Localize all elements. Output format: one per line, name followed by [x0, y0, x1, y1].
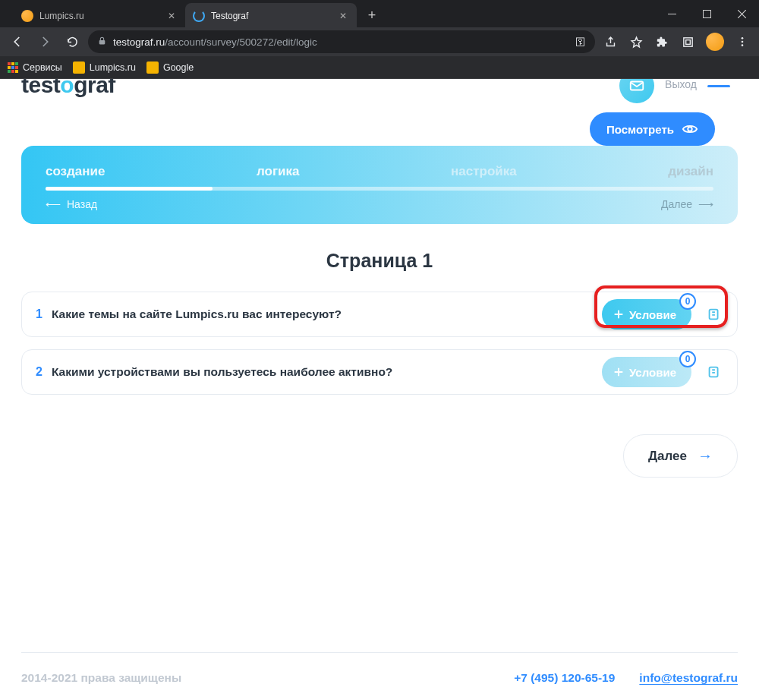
back-button[interactable]: [6, 30, 29, 53]
question-text: Какие темы на сайте Lumpics.ru вас интер…: [52, 307, 602, 321]
svg-rect-0: [668, 14, 676, 14]
stepper-next[interactable]: Далее ⟶: [661, 198, 713, 210]
footer-email[interactable]: info@testograf.ru: [639, 671, 738, 685]
preview-button-label: Посмотреть: [606, 123, 674, 136]
step-logic[interactable]: логика: [257, 164, 299, 179]
star-icon[interactable]: [625, 31, 647, 52]
svg-rect-2: [99, 40, 106, 44]
browser-tab-lumpics[interactable]: Lumpics.ru ✕: [14, 3, 185, 29]
tab-title: Lumpics.ru: [39, 11, 159, 21]
close-icon[interactable]: ✕: [337, 10, 349, 22]
mail-icon[interactable]: [619, 79, 654, 103]
page-title: Страница 1: [21, 250, 738, 272]
svg-rect-1: [703, 10, 710, 17]
next-button[interactable]: Далее →: [623, 434, 738, 478]
address-bar: testograf.ru/account/survey/500272/edit/…: [0, 27, 759, 56]
stepper-back[interactable]: ⟵ Назад: [46, 198, 97, 210]
key-icon[interactable]: ⚿: [575, 36, 586, 48]
reading-list-icon[interactable]: [677, 31, 698, 52]
url-text: testograf.ru/account/survey/500272/edit/…: [113, 36, 317, 48]
footer-phone[interactable]: +7 (495) 120-65-19: [514, 671, 615, 685]
extensions-icon[interactable]: [651, 31, 672, 52]
question-number: 2: [36, 365, 43, 379]
browser-tab-testograf[interactable]: Testograf ✕: [185, 3, 357, 29]
svg-point-9: [688, 127, 692, 131]
condition-button[interactable]: Условие 0: [602, 357, 691, 387]
footer: 2014-2021 права защищены +7 (495) 120-65…: [21, 652, 738, 685]
loading-icon: [193, 10, 205, 22]
question-row-2[interactable]: 2 Какими устройствами вы пользуетесь наи…: [21, 349, 738, 395]
question-row-1[interactable]: 1 Какие темы на сайте Lumpics.ru вас инт…: [21, 292, 738, 337]
forward-button[interactable]: [33, 30, 56, 53]
minimize-button[interactable]: [654, 0, 689, 27]
stepper: создание логика настройка дизайн ⟵ Назад…: [21, 146, 738, 224]
condition-label: Условие: [629, 308, 676, 321]
menu-icon[interactable]: [732, 31, 753, 52]
arrow-right-icon: →: [698, 447, 713, 465]
bookmark-google[interactable]: Google: [146, 61, 194, 74]
bookmark-lumpics[interactable]: Lumpics.ru: [73, 61, 136, 74]
logout-link[interactable]: Выход: [665, 79, 697, 90]
svg-point-6: [742, 41, 744, 43]
profile-avatar[interactable]: [706, 33, 724, 51]
copy-icon: [706, 306, 723, 323]
condition-button[interactable]: Условие 0: [602, 299, 691, 330]
reload-button[interactable]: [61, 30, 83, 53]
preview-button[interactable]: Посмотреть: [590, 112, 715, 146]
url-input[interactable]: testograf.ru/account/survey/500272/edit/…: [88, 30, 595, 53]
svg-point-7: [742, 44, 744, 46]
share-icon[interactable]: [600, 31, 621, 52]
copy-icon: [706, 364, 723, 380]
logo[interactable]: testograf: [21, 79, 115, 98]
step-settings[interactable]: настройка: [451, 164, 517, 179]
page-viewport[interactable]: testograf Выход Посмотреть создание логи…: [0, 79, 759, 700]
duplicate-button[interactable]: [701, 301, 728, 328]
step-design[interactable]: дизайн: [668, 164, 713, 179]
svg-point-5: [742, 37, 744, 39]
condition-label: Условие: [629, 366, 676, 379]
close-window-button[interactable]: [724, 0, 759, 27]
close-icon[interactable]: ✕: [165, 10, 178, 22]
bookmarks-bar: Сервисы Lumpics.ru Google: [0, 56, 759, 79]
plus-icon: [613, 366, 625, 378]
bookmark-apps[interactable]: Сервисы: [8, 62, 62, 73]
question-number: 1: [36, 307, 43, 321]
menu-line-icon[interactable]: [707, 85, 730, 87]
duplicate-button[interactable]: [701, 358, 728, 386]
svg-rect-4: [685, 39, 690, 44]
tab-title: Testograf: [211, 11, 331, 21]
question-text: Какими устройствами вы пользуетесь наибо…: [52, 365, 602, 379]
copyright: 2014-2021 права защищены: [21, 671, 181, 685]
step-create[interactable]: создание: [46, 164, 105, 179]
condition-badge: 0: [679, 351, 696, 367]
favicon-icon: [21, 10, 33, 22]
new-tab-button[interactable]: +: [361, 5, 383, 26]
svg-rect-3: [683, 37, 691, 46]
titlebar: Lumpics.ru ✕ Testograf ✕ +: [0, 0, 759, 27]
progress-bar: [46, 187, 713, 191]
maximize-button[interactable]: [689, 0, 724, 27]
lock-icon: [97, 36, 107, 48]
eye-icon: [682, 121, 698, 137]
next-button-label: Далее: [648, 449, 687, 464]
condition-badge: 0: [679, 293, 696, 310]
plus-icon: [613, 308, 625, 320]
